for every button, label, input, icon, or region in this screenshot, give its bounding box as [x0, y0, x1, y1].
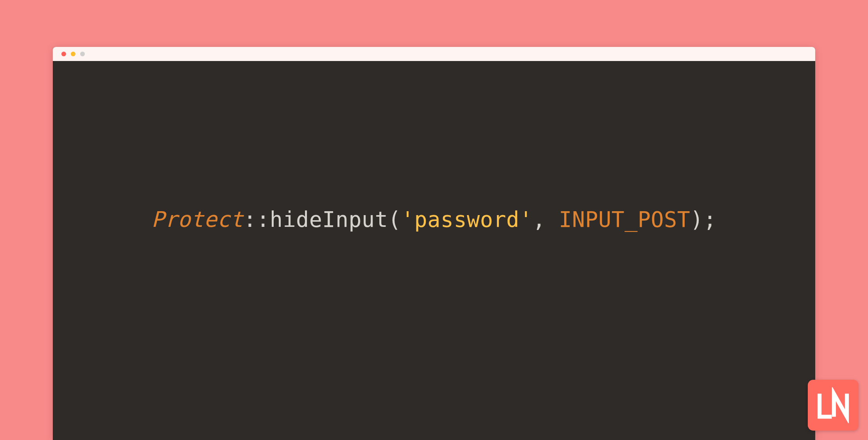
code-method-token: hideInput — [270, 207, 388, 232]
code-constant-token: INPUT_POST — [559, 207, 690, 232]
maximize-icon[interactable] — [80, 52, 85, 56]
code-string-token: 'password' — [401, 207, 533, 232]
code-close-token: ); — [690, 207, 716, 232]
code-window: Protect::hideInput('password', INPUT_POS… — [53, 47, 815, 440]
code-scope-token: :: — [244, 207, 270, 232]
close-icon[interactable] — [61, 52, 66, 56]
code-open-paren-token: ( — [388, 207, 401, 232]
code-line: Protect::hideInput('password', INPUT_POS… — [151, 207, 716, 232]
brand-logo — [808, 380, 859, 431]
code-editor-area: Protect::hideInput('password', INPUT_POS… — [53, 61, 815, 440]
code-class-token: Protect — [151, 207, 243, 232]
ln-logo-icon — [815, 387, 851, 423]
minimize-icon[interactable] — [71, 52, 75, 56]
window-titlebar — [53, 47, 815, 61]
code-comma-token: , — [533, 207, 559, 232]
